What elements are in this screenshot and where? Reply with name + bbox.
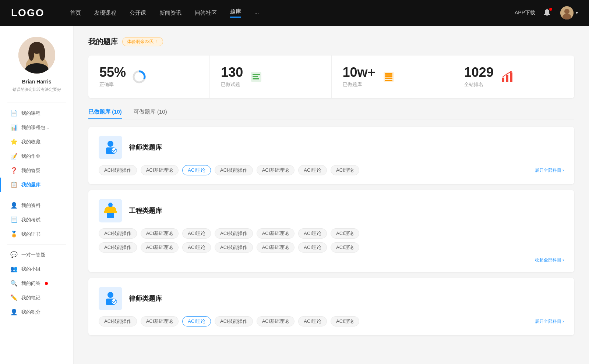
bank-card-lawyer-2: 律师类题库 ACI技能操作 ACI基础理论 ACI理论 ACI技能操作 ACI基… [88,278,574,335]
svg-rect-23 [506,75,508,82]
tag-item[interactable]: ACI基础理论 [257,165,295,175]
tag-item[interactable]: ACI理论 [331,228,359,239]
sidebar-item-one-on-one[interactable]: 💬 一对一答疑 [0,247,73,262]
sidebar-item-my-questionbank[interactable]: 📋 我的题库 [0,178,73,192]
tag-item[interactable]: ACI基础理论 [257,228,295,239]
tag-item[interactable]: ACI理论 [298,316,327,326]
navbar: LOGO 首页 发现课程 公开课 新闻资讯 问答社区 题库 ··· APP下载 … [0,0,589,26]
done-problems-icon [249,69,264,84]
sidebar-item-label: 我的小组 [21,266,40,272]
app-download-link[interactable]: APP下载 [515,10,535,16]
stat-accuracy: 55% 正确率 [88,56,210,98]
svg-rect-14 [253,74,260,75]
tag-item[interactable]: ACI理论 [298,165,327,175]
stat-ranking-label: 全站排名 [464,81,494,88]
tag-item[interactable]: ACI基础理论 [257,242,295,253]
tag-item[interactable]: ACI技能操作 [99,228,137,239]
nav-home[interactable]: 首页 [70,10,81,17]
tab-available-banks[interactable]: 可做题库 (10) [134,108,167,119]
tag-item[interactable]: ACI基础理论 [141,228,179,239]
sidebar-item-label: 我的资料 [21,202,40,209]
expand-link-lawyer-1[interactable]: 展开全部科目 › [535,167,564,174]
sidebar-item-my-certificate[interactable]: 🏅 我的证书 [0,227,73,241]
bank-title-engineer: 工程类题库 [129,206,162,215]
tag-item[interactable]: ACI基础理论 [141,242,179,253]
tag-item[interactable]: ACI技能操作 [99,316,137,326]
engineer-icon [99,199,122,222]
lawyer-icon-2 [99,287,122,310]
bank-title-lawyer-1: 律师类题库 [129,143,162,152]
sidebar-item-my-homework[interactable]: 📝 我的作业 [0,149,73,163]
nav-questionbank[interactable]: 题库 [230,8,241,18]
sidebar-divider-1 [7,103,66,103]
sidebar-item-my-qna[interactable]: 🔍 我的问答 [0,276,73,290]
user-menu-chevron[interactable]: ▾ [576,10,578,15]
page-title: 我的题库 [88,37,118,47]
sidebar-item-my-points[interactable]: 👤 我的积分 [0,305,73,319]
tag-item[interactable]: ACI基础理论 [141,165,179,175]
nav-discover[interactable]: 发现课程 [94,10,116,17]
nav-qa[interactable]: 问答社区 [195,10,217,17]
ranking-chart-icon [500,69,514,84]
nav-news[interactable]: 新闻资讯 [159,10,181,17]
page-wrap: Brian Harris 错误的决定比没有决定要好 📄 我的课程 📊 我的课程包… [0,26,589,364]
tag-item[interactable]: ACI技能操作 [215,316,253,326]
tag-item[interactable]: ACI基础理论 [257,316,295,326]
collapse-link-engineer[interactable]: 收起全部科目 › [535,257,564,263]
expand-link-lawyer-2[interactable]: 展开全部科目 › [535,318,564,325]
notification-bell[interactable] [543,8,553,18]
svg-rect-29 [104,211,117,213]
stat-accuracy-label: 正确率 [99,81,126,88]
svg-point-26 [107,141,113,147]
stat-done-banks: 10w+ 已做题库 [332,56,453,98]
sidebar-item-label: 我的问答 [21,280,40,287]
stats-row: 55% 正确率 130 已做试题 [88,56,574,98]
tag-item[interactable]: ACI理论 [331,316,359,326]
nav-more[interactable]: ··· [254,10,259,16]
tag-item[interactable]: ACI技能操作 [99,242,137,253]
stat-done-label: 已做试题 [221,81,243,88]
sidebar-item-my-packages[interactable]: 📊 我的课程包... [0,120,73,135]
tag-item[interactable]: ACI技能操作 [215,242,253,253]
tag-item[interactable]: ACI理论 [331,165,359,175]
nav-openclass[interactable]: 公开课 [130,10,146,17]
tag-item[interactable]: ACI理论 [182,242,211,253]
profile-avatar [18,37,55,74]
stat-ranking-value: 1029 [464,66,494,79]
sidebar-divider-2 [7,195,66,195]
tag-item[interactable]: ACI技能操作 [99,165,137,175]
svg-rect-15 [253,76,258,77]
tab-done-banks[interactable]: 已做题库 (10) [88,108,122,119]
points-icon: 👤 [10,308,18,315]
sidebar-item-my-group[interactable]: 👥 我的小组 [0,262,73,276]
svg-rect-21 [385,80,392,81]
user-avatar [560,6,574,19]
sidebar-item-my-notes[interactable]: ✏️ 我的笔记 [0,290,73,305]
stat-done-problems: 130 已做试题 [210,56,331,98]
logo[interactable]: LOGO [11,7,48,19]
sidebar-item-label: 我的课程包... [21,124,49,131]
sidebar-divider-3 [7,244,66,245]
tag-item[interactable]: ACI技能操作 [215,165,253,175]
tag-item[interactable]: ACI理论 [298,242,327,253]
notes-icon: ✏️ [10,294,18,301]
sidebar-item-my-profile[interactable]: 👤 我的资料 [0,198,73,213]
bell-notification-dot [549,8,552,11]
sidebar-item-my-questions[interactable]: ❓ 我的答疑 [0,163,73,178]
tag-item-active[interactable]: ACI理论 [182,316,211,326]
sidebar-item-my-courses[interactable]: 📄 我的课程 [0,106,73,120]
tag-item[interactable]: ACI理论 [331,242,359,253]
svg-point-8 [39,46,45,61]
tabs-row: 已做题库 (10) 可做题库 (10) [88,108,574,119]
sidebar-item-label: 我的答疑 [21,167,40,174]
profile-motto: 错误的决定比没有决定要好 [7,87,66,92]
sidebar-item-my-favorites[interactable]: ⭐ 我的收藏 [0,135,73,149]
profile-icon: 👤 [10,202,18,209]
tag-item[interactable]: ACI基础理论 [141,316,179,326]
tag-item-active[interactable]: ACI理论 [182,165,211,175]
sidebar-item-my-exam[interactable]: 📃 我的考试 [0,213,73,227]
tag-item[interactable]: ACI理论 [298,228,327,239]
user-avatar-wrap[interactable]: ▾ [560,6,578,19]
tag-item[interactable]: ACI技能操作 [215,228,253,239]
tag-item[interactable]: ACI理论 [182,228,211,239]
